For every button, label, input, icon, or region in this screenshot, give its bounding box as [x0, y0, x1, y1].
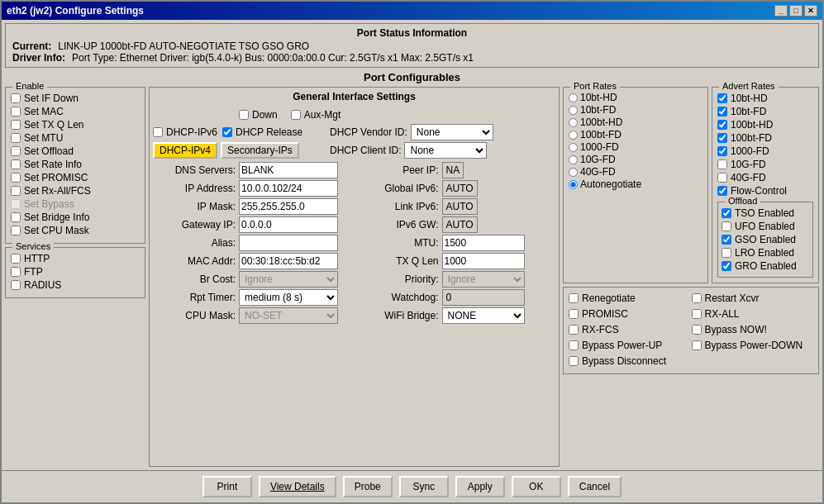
offload-checkbox-LRO Enabled[interactable] — [722, 248, 731, 258]
mac-addr-input[interactable] — [239, 253, 338, 269]
advert-rate-checkbox-1000-FD[interactable] — [717, 146, 727, 156]
dhcp-client-id-select[interactable]: None — [404, 142, 487, 159]
advert-rate-100bt-hd[interactable]: 100bt-HD — [717, 119, 813, 131]
port-feature-restart-xcvr[interactable]: Restart Xcvr — [692, 292, 814, 304]
advert-rate-10bt-hd[interactable]: 10bt-HD — [717, 93, 813, 104]
dhcp-release-checkbox[interactable] — [222, 127, 232, 137]
down-checkbox-label[interactable]: Down — [239, 109, 278, 121]
enable-set-rate-info[interactable]: Set Rate Info — [11, 159, 140, 170]
set-offload-checkbox[interactable] — [11, 146, 21, 156]
advert-rate-40g-fd[interactable]: 40G-FD — [717, 172, 813, 183]
ftp-checkbox[interactable] — [11, 267, 21, 277]
port-feature-renegotiate[interactable]: Renegotiate — [569, 292, 691, 304]
port-feature-bypass-now![interactable]: Bypass NOW! — [692, 324, 814, 335]
advert-rate-checkbox-10bt-HD[interactable] — [717, 93, 727, 103]
http-checkbox[interactable] — [11, 254, 21, 264]
enable-set-if-down[interactable]: Set IF Down — [11, 93, 140, 104]
port-rate-10bt-fd[interactable]: 10bt-FD — [569, 104, 703, 116]
port-feature-checkbox-RX-ALL[interactable] — [692, 309, 702, 319]
port-rate-autonegotiate[interactable]: Autonegotiate — [569, 178, 703, 190]
port-feature-bypass-disconnect[interactable]: Bypass Disconnect — [569, 355, 691, 367]
port-rate-radio-100bt-FD[interactable] — [569, 131, 578, 140]
set-promisc-checkbox[interactable] — [11, 173, 21, 183]
advert-rate-10bt-fd[interactable]: 10bt-FD — [717, 106, 813, 117]
port-feature-rx-fcs[interactable]: RX-FCS — [569, 324, 691, 335]
advert-rate-checkbox-40G-FD[interactable] — [717, 173, 727, 183]
service-radius[interactable]: RADIUS — [11, 279, 140, 291]
advert-rate-flow-control[interactable]: Flow-Control — [717, 185, 813, 197]
port-feature-checkbox-Bypass NOW![interactable] — [692, 325, 702, 335]
port-rate-40g-fd[interactable]: 40G-FD — [569, 166, 703, 178]
wifi-bridge-select[interactable]: NONE — [442, 307, 525, 324]
set-tx-q-len-checkbox[interactable] — [11, 120, 21, 130]
tx-q-len-input[interactable] — [442, 253, 525, 269]
enable-set-cpu-mask[interactable]: Set CPU Mask — [11, 225, 140, 236]
port-feature-promisc[interactable]: PROMISC — [569, 308, 691, 320]
advert-rate-checkbox-100bt-HD[interactable] — [717, 120, 727, 130]
port-rate-100bt-hd[interactable]: 100bt-HD — [569, 116, 703, 128]
port-rate-radio-10bt-HD[interactable] — [569, 93, 578, 102]
set-rx-all-fcs-checkbox[interactable] — [11, 186, 21, 196]
port-rate-1000-fd[interactable]: 1000-FD — [569, 141, 703, 153]
aux-mgt-checkbox-label[interactable]: Aux-Mgt — [291, 109, 341, 121]
port-rate-radio-10G-FD[interactable] — [569, 155, 578, 164]
offload-checkbox-GSO Enabled[interactable] — [722, 235, 731, 245]
advert-rate-checkbox-Flow-Control[interactable] — [717, 186, 727, 196]
port-feature-checkbox-Bypass Power-UP[interactable] — [569, 340, 579, 350]
set-mac-checkbox[interactable] — [11, 107, 21, 116]
advert-rate-checkbox-10bt-FD[interactable] — [717, 107, 727, 116]
port-rate-radio-100bt-HD[interactable] — [569, 118, 578, 127]
offload-tso-enabled[interactable]: TSO Enabled — [722, 207, 809, 219]
sync-button[interactable]: Sync — [399, 476, 449, 497]
port-feature-rx-all[interactable]: RX-ALL — [692, 308, 814, 320]
port-rate-radio-40G-FD[interactable] — [569, 168, 578, 177]
service-http[interactable]: HTTP — [11, 253, 140, 264]
port-rate-radio-Autonegotiate[interactable] — [569, 180, 578, 189]
port-feature-checkbox-Bypass Disconnect[interactable] — [569, 356, 579, 366]
port-rate-10g-fd[interactable]: 10G-FD — [569, 154, 703, 165]
gateway-ip-input[interactable] — [239, 216, 338, 233]
alias-input[interactable] — [239, 235, 338, 251]
view-details-button[interactable]: View Details — [259, 476, 336, 497]
port-feature-bypass-power-up[interactable]: Bypass Power-UP — [569, 340, 691, 351]
dns-servers-input[interactable] — [239, 162, 338, 178]
dhcp-release-label[interactable]: DHCP Release — [222, 126, 302, 138]
set-bridge-info-checkbox[interactable] — [11, 212, 21, 222]
dhcp-vendor-id-select[interactable]: None — [411, 124, 493, 140]
port-feature-checkbox-Renegotiate[interactable] — [569, 293, 579, 303]
ip-mask-input[interactable] — [239, 198, 338, 215]
ok-button[interactable]: OK — [512, 476, 561, 497]
port-feature-bypass-power-down[interactable]: Bypass Power-DOWN — [692, 340, 814, 351]
offload-checkbox-GRO Enabled[interactable] — [722, 261, 731, 271]
set-bypass-checkbox[interactable] — [11, 199, 21, 209]
port-feature-checkbox-PROMISC[interactable] — [569, 309, 579, 319]
enable-set-bridge-info[interactable]: Set Bridge Info — [11, 212, 140, 223]
offload-gro-enabled[interactable]: GRO Enabled — [722, 260, 809, 272]
set-if-down-checkbox[interactable] — [11, 93, 21, 103]
maximize-button[interactable]: □ — [789, 5, 803, 17]
enable-set-bypass[interactable]: Set Bypass — [11, 198, 140, 210]
port-feature-checkbox-RX-FCS[interactable] — [569, 325, 579, 335]
enable-set-offload[interactable]: Set Offload — [11, 145, 140, 157]
set-cpu-mask-checkbox[interactable] — [11, 226, 21, 235]
cancel-button[interactable]: Cancel — [568, 476, 622, 497]
cpu-mask-select[interactable]: NO-SET — [239, 307, 338, 324]
secondary-ips-button[interactable]: Secondary-IPs — [221, 142, 299, 159]
enable-set-tx-q-len[interactable]: Set TX Q Len — [11, 119, 140, 131]
enable-set-mac[interactable]: Set MAC — [11, 106, 140, 117]
enable-set-mtu[interactable]: Set MTU — [11, 132, 140, 144]
dhcp-ipv6-checkbox[interactable] — [153, 127, 163, 137]
enable-set-rx-all-fcs[interactable]: Set Rx-All/FCS — [11, 185, 140, 197]
print-button[interactable]: Print — [202, 476, 252, 497]
set-rate-info-checkbox[interactable] — [11, 159, 21, 169]
offload-checkbox-UFO Enabled[interactable] — [722, 221, 731, 231]
offload-lro-enabled[interactable]: LRO Enabled — [722, 247, 809, 259]
priority-select[interactable]: Ignore — [442, 271, 525, 288]
port-rate-10bt-hd[interactable]: 10bt-HD — [569, 92, 703, 103]
advert-rate-checkbox-10G-FD[interactable] — [717, 159, 727, 169]
rpt-timer-select[interactable]: medium (8 s) — [239, 289, 338, 306]
down-checkbox[interactable] — [239, 110, 249, 120]
port-feature-checkbox-Bypass Power-DOWN[interactable] — [692, 340, 702, 350]
port-rate-100bt-fd[interactable]: 100bt-FD — [569, 129, 703, 140]
radius-checkbox[interactable] — [11, 280, 21, 290]
